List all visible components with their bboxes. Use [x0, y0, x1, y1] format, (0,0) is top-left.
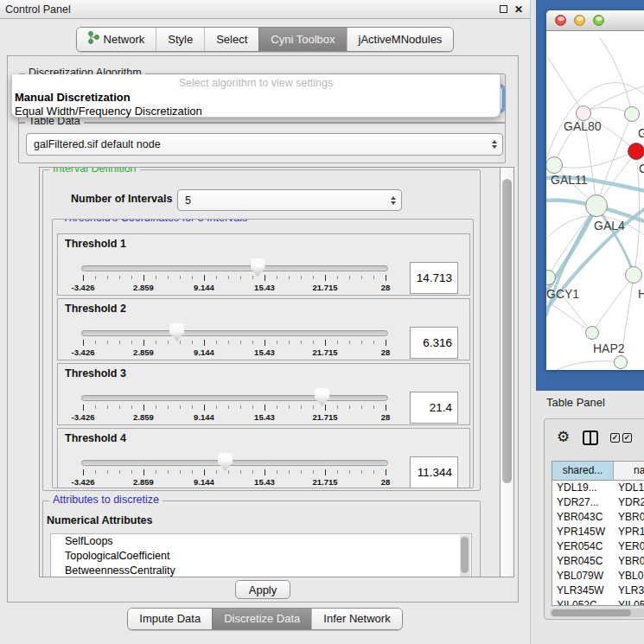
- table-row[interactable]: YLR345WYLR345W: [552, 583, 644, 598]
- threshold-slider-track[interactable]: [81, 330, 388, 336]
- settings-vertical-scrollbar[interactable]: [501, 167, 514, 577]
- checkbox-checked-icon[interactable]: ✓: [610, 433, 620, 443]
- slider-tick: [289, 341, 290, 344]
- table-row[interactable]: YBR045CYBR045C: [552, 554, 644, 569]
- table-horizontal-scrollbar[interactable]: [550, 609, 644, 617]
- slider-tick: [180, 341, 181, 344]
- table-data-selected-value: galFiltered.sif default node: [34, 138, 161, 150]
- network-node-hap2[interactable]: [585, 326, 599, 340]
- network-node-c[interactable]: [628, 143, 644, 160]
- slider-tick: [216, 341, 217, 344]
- table-data-combobox[interactable]: galFiltered.sif default node: [26, 133, 503, 156]
- thresholds-group: Threshold's Coordinates for 5 Intervals …: [52, 219, 474, 488]
- table-row[interactable]: YIL052CYIL052C: [552, 598, 644, 605]
- threshold-slider-track[interactable]: [81, 460, 388, 466]
- right-region: GAL80GCGAL11GAL4GCY1HHAP2 Table Panel ⚙ …: [531, 0, 644, 644]
- threshold-slider-thumb[interactable]: [251, 258, 265, 277]
- slider-tick: [240, 341, 241, 344]
- numerical-attributes-list[interactable]: SelfLoopsTopologicalCoefficientBetweenne…: [50, 533, 472, 577]
- slider-tick: [192, 470, 193, 474]
- network-node-g[interactable]: [624, 106, 640, 122]
- table-row[interactable]: YBR043CYBR043C: [552, 510, 644, 525]
- scrollbar-thumb[interactable]: [552, 609, 631, 616]
- top-tab-label: Network: [104, 33, 145, 46]
- threshold-value-input[interactable]: 11.344: [410, 456, 458, 488]
- slider-tick: [143, 275, 144, 281]
- split-columns-icon[interactable]: [583, 430, 598, 445]
- slider-tick-label: 2.859: [126, 477, 161, 487]
- slider-tick: [180, 276, 181, 279]
- top-tab-label: Select: [216, 33, 247, 46]
- slider-tick: [95, 276, 96, 279]
- threshold-slider-track[interactable]: [81, 265, 388, 271]
- table-row[interactable]: YBL079WYBL079W: [552, 569, 644, 583]
- table-row[interactable]: YDL19...YDL19...: [552, 481, 644, 495]
- slider-tick: [216, 405, 217, 409]
- table-row[interactable]: YDR27...YDR27...: [552, 495, 644, 510]
- threshold-slider-track[interactable]: [81, 395, 388, 401]
- bottom-tab-discretize-data[interactable]: Discretize Data: [212, 609, 311, 629]
- checkbox-checked-icon[interactable]: ✓: [622, 433, 632, 443]
- threshold-value-input[interactable]: 6.316: [410, 327, 458, 359]
- table-row[interactable]: YPR145WYPR145W: [552, 525, 644, 539]
- slider-tick: [301, 405, 302, 409]
- network-window: GAL80GCGAL11GAL4GCY1HHAP2: [546, 10, 644, 370]
- slider-tick: [252, 276, 253, 279]
- scrollbar-thumb[interactable]: [502, 179, 512, 483]
- slider-tick: [156, 276, 156, 279]
- gear-icon[interactable]: ⚙: [557, 428, 570, 446]
- minimize-traffic-light-button[interactable]: [574, 15, 585, 26]
- zoom-traffic-light-button[interactable]: [593, 15, 604, 26]
- column-header-shared[interactable]: shared...: [552, 462, 614, 480]
- slider-tick-label: 9.144: [187, 283, 221, 292]
- threshold-value-input[interactable]: 21.4: [410, 392, 458, 424]
- number-of-intervals-label: Number of Intervals: [71, 193, 172, 205]
- top-tab-jactivemnodules[interactable]: jActiveMNodules: [347, 28, 454, 51]
- threshold-slider-thumb[interactable]: [315, 388, 329, 406]
- top-tab-select[interactable]: Select: [204, 28, 258, 51]
- network-node-gal11[interactable]: [546, 156, 563, 174]
- top-tab-cyni-toolbox[interactable]: Cyni Toolbox: [258, 28, 346, 51]
- slider-tick: [156, 341, 156, 344]
- attributes-scrollbar[interactable]: [460, 535, 470, 577]
- attribute-item-topologicalcoefficient[interactable]: TopologicalCoefficient: [51, 549, 471, 564]
- number-of-intervals-combobox[interactable]: 5: [177, 189, 402, 211]
- slider-tick-label: 28: [368, 348, 403, 357]
- scrollbar-thumb[interactable]: [461, 537, 469, 573]
- slider-tick: [361, 470, 362, 474]
- algorithm-option-equal-width-frequency-discretization[interactable]: Equal Width/Frequency Discretization: [15, 105, 493, 118]
- slider-tick: [373, 405, 374, 409]
- threshold-panel-4: Threshold 4-3.4262.8599.14415.4321.71528…: [57, 428, 470, 488]
- threshold-value-input[interactable]: 14.713: [410, 262, 458, 294]
- slider-tick-label: -3.426: [66, 348, 100, 357]
- network-node-gal4[interactable]: [585, 194, 608, 217]
- network-view[interactable]: GAL80GCGAL11GAL4GCY1HHAP2: [546, 31, 644, 370]
- slider-tick: [83, 340, 84, 346]
- top-tab-style[interactable]: Style: [156, 28, 204, 51]
- slider-tick: [192, 341, 193, 344]
- top-tab-network[interactable]: Network: [77, 28, 156, 51]
- network-node[interactable]: [614, 355, 628, 369]
- apply-button[interactable]: Apply: [235, 580, 290, 599]
- attribute-item-selfloops[interactable]: SelfLoops: [51, 534, 471, 549]
- float-window-button[interactable]: [497, 3, 509, 16]
- slider-tick: [289, 405, 290, 409]
- close-panel-button[interactable]: ✕: [513, 3, 525, 16]
- table-row[interactable]: YER054CYER054C: [552, 539, 644, 554]
- slider-tick: [180, 470, 181, 474]
- network-node-label: GAL11: [551, 173, 588, 187]
- column-header-name[interactable]: name: [614, 462, 644, 480]
- attribute-item-betweennesscentrality[interactable]: BetweennessCentrality: [51, 564, 471, 577]
- threshold-slider-thumb[interactable]: [218, 453, 233, 471]
- close-traffic-light-button[interactable]: [555, 15, 566, 26]
- algorithm-option-manual-discretization[interactable]: Manual Discretization: [15, 91, 493, 105]
- slider-tick: [192, 276, 193, 279]
- network-node-h[interactable]: [625, 266, 642, 284]
- slider-tick: [95, 341, 96, 344]
- slider-tick: [289, 470, 290, 474]
- threshold-slider-thumb[interactable]: [169, 323, 184, 341]
- table-data-group: Table Data galFiltered.sif default node: [18, 122, 506, 163]
- slider-tick: [119, 341, 120, 344]
- bottom-tab-impute-data[interactable]: Impute Data: [128, 609, 212, 629]
- bottom-tab-infer-network[interactable]: Infer Network: [311, 609, 401, 629]
